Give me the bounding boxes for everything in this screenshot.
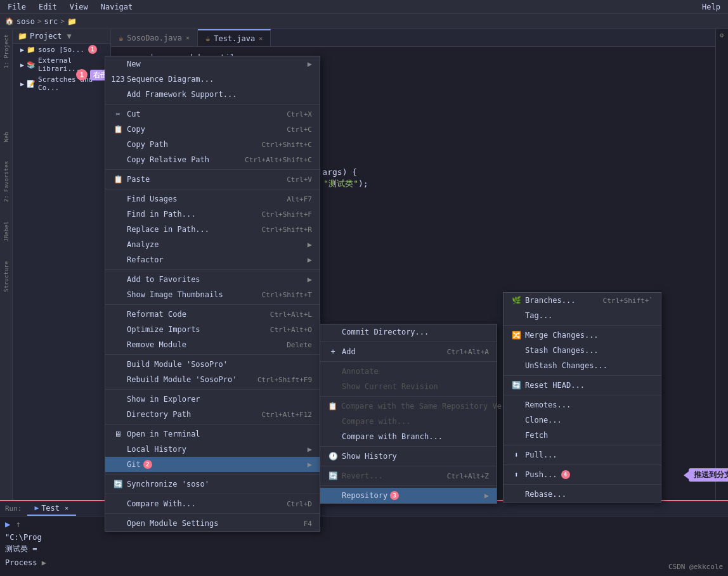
- tooltip-arrow: [684, 471, 689, 479]
- sync-icon: 🔄: [113, 480, 123, 489]
- tree-soso-label: soso [So...: [38, 46, 84, 54]
- ctx-paste[interactable]: 📋 Paste Ctrl+V: [105, 172, 320, 187]
- ctx-annotate: Annotate: [320, 364, 497, 379]
- sep-7: [105, 389, 320, 390]
- breadcrumb-soso: soso: [16, 17, 35, 26]
- ctx-clone[interactable]: Clone...: [504, 413, 661, 428]
- ctx-sequence[interactable]: 123 Sequence Diagram...: [105, 72, 320, 87]
- ctx-pull[interactable]: ⬇ Pull...: [504, 447, 661, 463]
- sep-1: [105, 104, 320, 105]
- ctx-add-framework[interactable]: Add Framework Support...: [105, 87, 320, 102]
- ctx-rebuild-module[interactable]: Rebuild Module 'SosoPro' Ctrl+Shift+F9: [105, 372, 320, 387]
- ctx-reset-head[interactable]: 🔄 Reset HEAD...: [504, 378, 661, 393]
- ctx-repository[interactable]: Repository 3 ▶: [320, 488, 497, 503]
- badge-1: 1: [88, 45, 97, 54]
- pull-icon: ⬇: [511, 451, 521, 459]
- ctx-optimize-imports[interactable]: Optimize Imports Ctrl+Alt+O: [105, 322, 320, 337]
- ctx-copy-path[interactable]: Copy Path Ctrl+Shift+C: [105, 137, 320, 152]
- sidebar-label-project: 1: Project: [3, 34, 10, 68]
- right-icon-1[interactable]: ⚙: [720, 32, 724, 39]
- menu-edit[interactable]: Edit: [36, 1, 60, 13]
- badge-push-4: 4: [561, 470, 570, 479]
- ctx-build-module[interactable]: Build Module 'SosoPro': [105, 357, 320, 372]
- ctx-find-usages[interactable]: Find Usages Alt+F7: [105, 191, 320, 207]
- ctx-show-history[interactable]: 🕐 Show History: [320, 449, 497, 464]
- ctx-open-module-settings[interactable]: Open Module Settings F4: [105, 516, 320, 531]
- sep-6: [105, 354, 320, 355]
- bottom-tab-test[interactable]: ▶ Test ✕: [27, 501, 77, 516]
- history-icon: 🕐: [328, 452, 338, 461]
- push-tooltip: 推送到分支: [684, 468, 728, 482]
- ctx-stash-changes[interactable]: Stash Changes...: [504, 343, 661, 358]
- bottom-tab-close[interactable]: ✕: [65, 504, 68, 511]
- tab-test[interactable]: ☕ Test.java ✕: [198, 29, 271, 46]
- menu-help[interactable]: Help: [699, 1, 723, 13]
- tree-item-scratches[interactable]: ▶ 📝 Scratches and Co...: [13, 74, 110, 93]
- menu-file[interactable]: File: [5, 1, 29, 13]
- ctx-new[interactable]: New ▶: [105, 56, 320, 72]
- ctx-rebase[interactable]: Rebase...: [504, 487, 661, 502]
- sep-10: [105, 494, 320, 494]
- ctx-commit-dir[interactable]: Commit Directory...: [320, 324, 497, 340]
- badge-repo-3: 3: [390, 491, 399, 500]
- ctx-copy[interactable]: 📋 Copy Ctrl+C: [105, 122, 320, 137]
- menu-navigate[interactable]: Navigat: [98, 1, 136, 13]
- sidebar-label-structure: Structure: [3, 261, 10, 292]
- ctx-add-favorites[interactable]: Add to Favorites ▶: [105, 272, 320, 287]
- reset-icon: 🔄: [511, 381, 521, 390]
- ctx-reformat[interactable]: Reformat Code Ctrl+Alt+L: [105, 307, 320, 322]
- sep-3: [105, 189, 320, 189]
- ctx-remotes[interactable]: Remotes...: [504, 397, 661, 413]
- run-process-label: Process ▶: [5, 557, 723, 568]
- ctx-find-in-path[interactable]: Find in Path... Ctrl+Shift+F: [105, 207, 320, 222]
- ctx-local-history[interactable]: Local History ▶: [105, 442, 320, 457]
- ctx-add[interactable]: + Add Ctrl+Alt+A: [320, 344, 497, 359]
- ctx-compare-with-branch[interactable]: Compare with Branch...: [320, 429, 497, 444]
- tree-item-ext-lib[interactable]: ▶ 📚 External Librari...: [13, 55, 110, 74]
- ctx-fetch[interactable]: Fetch: [504, 428, 661, 443]
- ctx-cut[interactable]: ✂ Cut Ctrl+X: [105, 106, 320, 122]
- menu-view[interactable]: View: [67, 1, 91, 13]
- sep-8: [105, 424, 320, 425]
- tab-sosodao[interactable]: ☕ SosoDao.java ✕: [111, 29, 198, 46]
- sep-2: [105, 169, 320, 170]
- tab-sosodao-close[interactable]: ✕: [186, 34, 190, 41]
- ctx-refactor[interactable]: Refactor ▶: [105, 252, 320, 267]
- bottom-run-label: Run:: [0, 501, 27, 516]
- tab-test-close[interactable]: ✕: [259, 35, 263, 42]
- ctx-copy-rel-path[interactable]: Copy Relative Path Ctrl+Alt+Shift+C: [105, 152, 320, 167]
- ctx-revert: 🔄 Revert... Ctrl+Alt+Z: [320, 468, 497, 483]
- ctx-image-thumbnails[interactable]: Show Image Thumbnails Ctrl+Shift+T: [105, 287, 320, 302]
- ctx-remove-module[interactable]: Remove Module Delete: [105, 337, 320, 352]
- bottom-tab-test-label: Test: [41, 504, 60, 513]
- breadcrumb-src: src: [44, 17, 58, 26]
- ctx-merge-changes[interactable]: 🔀 Merge Changes...: [504, 328, 661, 343]
- ctx-branches[interactable]: 🌿 Branches... Ctrl+Shift+`: [504, 293, 661, 308]
- ctx-analyze[interactable]: Analyze ▶: [105, 237, 320, 252]
- ctx-show-current-rev: Show Current Revision: [320, 379, 497, 394]
- sidebar-label-jrebel: JRebel: [3, 221, 10, 242]
- ctx-unstash-changes[interactable]: UnStash Changes...: [504, 358, 661, 373]
- tab-sosodao-label: SosoDao.java: [127, 34, 182, 42]
- context-menu-repo[interactable]: Commit Directory... + Add Ctrl+Alt+A Ann…: [320, 324, 497, 504]
- tab-test-label: Test.java: [214, 34, 255, 43]
- ctx-push[interactable]: ⬆ Push... 4 推送到分支: [504, 467, 661, 482]
- breadcrumb: 🏠 soso > src > 📁: [0, 14, 728, 29]
- ctx-replace-in-path[interactable]: Replace in Path... Ctrl+Shift+R: [105, 222, 320, 237]
- ctx-open-terminal[interactable]: 🖥 Open in Terminal: [105, 426, 320, 442]
- ctx-directory-path[interactable]: Directory Path Ctrl+Alt+F12: [105, 407, 320, 422]
- context-menu-main[interactable]: New ▶ 123 Sequence Diagram... Add Framew…: [105, 56, 320, 532]
- ctx-git[interactable]: Git 2 ▶: [105, 457, 320, 472]
- run-stop-btn[interactable]: ↑: [15, 519, 20, 529]
- run-play-btn[interactable]: ▶: [5, 519, 10, 529]
- ctx-tag[interactable]: Tag...: [504, 308, 661, 323]
- paste-icon: 📋: [113, 175, 123, 184]
- ctx-show-in-explorer[interactable]: Show in Explorer: [105, 392, 320, 407]
- ctx-synchronize[interactable]: 🔄 Synchronize 'soso': [105, 477, 320, 492]
- ctx-compare-with-2: Compare with...: [320, 414, 497, 429]
- project-panel-header: 📁 Project ▼: [13, 29, 110, 44]
- ctx-compare-with[interactable]: Compare With... Ctrl+D: [105, 496, 320, 511]
- tree-item-soso[interactable]: ▶ 📁 soso [So... 1: [13, 44, 110, 55]
- context-menu-git-sub[interactable]: 🌿 Branches... Ctrl+Shift+` Tag... 🔀 Merg…: [503, 292, 661, 502]
- breadcrumb-folder: 📁: [67, 17, 77, 26]
